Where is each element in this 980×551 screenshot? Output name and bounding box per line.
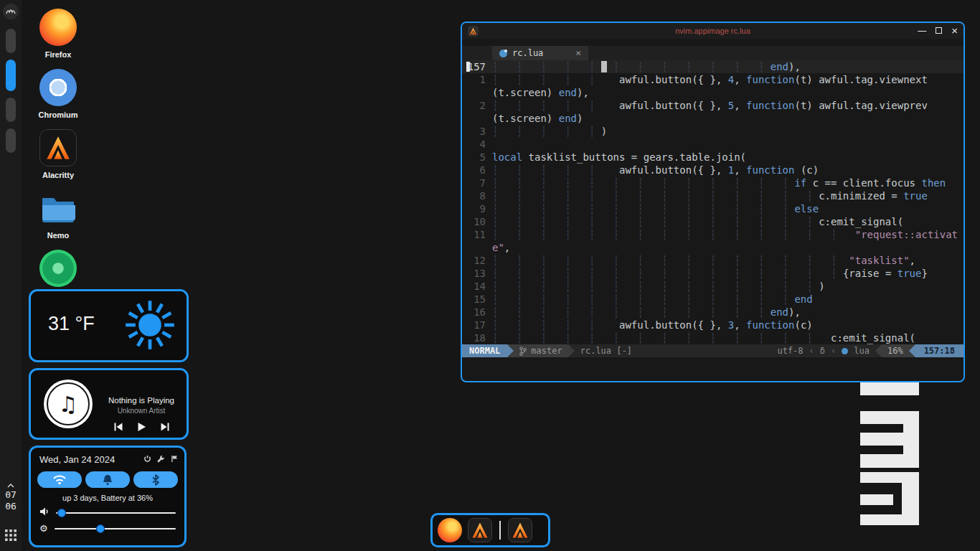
line-number: [467, 241, 486, 254]
code-line: 1┆ ┆ ┆ ┆ ┆ awful.button({ }, 4, function…: [462, 73, 963, 86]
line-number: 18: [467, 331, 486, 344]
dock-item-firefox[interactable]: Firefox: [39, 9, 77, 60]
dock-item-chromium[interactable]: Chromium: [39, 69, 78, 120]
dock-item-label: Nemo: [47, 231, 70, 240]
line-number: 12: [467, 254, 486, 267]
line-number: 3: [467, 125, 486, 138]
tab-rc-lua[interactable]: rc.lua ×: [492, 46, 588, 60]
workspace-pill-active[interactable]: [6, 60, 16, 91]
code-line: 11┆ ┆ ┆ ┆ ┆ ┆ ┆ ┆ ┆ ┆ ┆ ┆ ┆ ┆ ┆ "request…: [462, 228, 963, 241]
line-number: 8: [467, 189, 486, 202]
previous-track-button[interactable]: [113, 422, 123, 432]
maximize-button[interactable]: [936, 27, 942, 35]
text-cursor: [601, 61, 607, 72]
gear-icon: ⚙: [39, 524, 48, 534]
line-number: 5: [467, 151, 486, 164]
dock-item-label: Chromium: [39, 110, 78, 120]
line-number: 1: [467, 73, 486, 86]
clock-hour: 07: [0, 489, 22, 501]
workspace-list: [6, 29, 16, 153]
dock-item-nemo[interactable]: Nemo: [39, 189, 77, 240]
lua-icon: [842, 348, 848, 354]
firefox-icon: [39, 9, 77, 46]
wrench-icon[interactable]: [157, 454, 165, 465]
code-line-current: 157┆ ┆ ┆ ┆ ┆ ┆ ┆ ┆ ┆ ┆ ┆ ┆ end),: [462, 60, 963, 73]
uptime-battery-label: up 3 days, Battery at 36%: [31, 494, 184, 502]
taskbar-firefox-button[interactable]: [438, 518, 462, 542]
powerline-separator: [507, 344, 514, 357]
line-number: 15: [467, 293, 486, 306]
code-line: 4: [462, 138, 963, 151]
wifi-icon: [52, 474, 67, 485]
sun-icon: [123, 298, 176, 354]
line-number: 4: [467, 138, 486, 151]
workspace-pill[interactable]: [6, 98, 16, 122]
line-number: 6: [467, 164, 486, 176]
filetype-label: lua: [854, 344, 870, 357]
line-number: 17: [467, 319, 486, 331]
bluetooth-toggle-button[interactable]: [133, 471, 178, 488]
album-art-placeholder: ♫: [44, 380, 93, 428]
wifi-toggle-button[interactable]: [37, 471, 82, 488]
app-grid-icon[interactable]: [5, 529, 17, 541]
volume-slider-knob[interactable]: [57, 509, 66, 517]
bluetooth-icon: [152, 474, 159, 486]
window-titlebar[interactable]: nvim.appimage rc.lua — ×: [462, 23, 963, 39]
workspace-pill[interactable]: [6, 128, 16, 153]
music-widget: ♫ Nothing is Playing Unknown Artist: [29, 368, 189, 440]
alacritty-icon: [39, 129, 77, 166]
cursorline-sign: [466, 62, 470, 72]
taskbar-alacritty-button[interactable]: [468, 518, 492, 542]
git-branch-segment: master: [514, 344, 567, 357]
media-app-icon: [39, 250, 77, 287]
close-button[interactable]: ×: [951, 27, 958, 35]
code-line: 18┆ ┆ ┆ ┆ ┆ ┆ ┆ ┆ ┆ ┆ ┆ ┆ ┆ ┆ c:emit_sig…: [462, 331, 963, 344]
next-track-button[interactable]: [160, 422, 170, 432]
code-line: 12┆ ┆ ┆ ┆ ┆ ┆ ┆ ┆ ┆ ┆ ┆ ┆ ┆ ┆ ┆ "tasklis…: [462, 254, 963, 267]
play-button[interactable]: [137, 422, 146, 432]
date-label: Wed, Jan 24 2024: [39, 454, 115, 465]
brightness-slider-knob[interactable]: [96, 524, 105, 533]
code-line: e",: [462, 241, 963, 254]
taskbar-alacritty-button-2[interactable]: [508, 518, 532, 542]
brightness-slider[interactable]: [55, 528, 176, 529]
tabline: rc.lua ×: [462, 46, 963, 60]
music-artist: Unknown Artist: [98, 407, 184, 415]
bell-icon: [103, 474, 113, 485]
taskbar-separator: [499, 521, 501, 540]
desktop: { "panel": { "clock_hour": "07", "clock_…: [0, 0, 980, 551]
tab-close-icon[interactable]: ×: [575, 47, 581, 60]
dock: Firefox Chromium Alacritty Nemo: [34, 9, 82, 310]
power-icon[interactable]: [143, 454, 151, 465]
code-line: 16┆ ┆ ┆ ┆ ┆ ┆ ┆ ┆ ┆ ┆ ┆ ┆ end),: [462, 306, 963, 319]
git-branch-icon: [519, 347, 527, 356]
tab-label: rc.lua: [512, 47, 543, 60]
line-number: 16: [467, 306, 486, 319]
line-number: 10: [467, 215, 486, 228]
minimize-button[interactable]: —: [918, 27, 926, 35]
powerline-separator: [875, 344, 882, 357]
git-branch-label: master: [531, 344, 562, 357]
dock-item-label: Firefox: [45, 50, 72, 60]
dock-item-label: Alacritty: [42, 171, 74, 180]
code-line: 8┆ ┆ ┆ ┆ ┆ ┆ ┆ ┆ ┆ ┆ ┆ ┆ ┆ ┆ c.minimized…: [462, 189, 963, 202]
line-number: 2: [467, 99, 486, 112]
workspace-pill[interactable]: [6, 29, 16, 53]
line-number: 7: [467, 176, 486, 189]
line-number: 11: [467, 228, 486, 241]
cursor-location-segment: 157:18: [915, 344, 963, 357]
nemo-folder-icon: [39, 189, 77, 227]
mode-indicator: NORMAL: [462, 344, 507, 357]
code-line: 14┆ ┆ ┆ ┆ ┆ ┆ ┆ ┆ ┆ ┆ ┆ ┆ ┆ ┆ ): [462, 280, 963, 293]
clock-minute: 06: [0, 501, 22, 512]
code-line: 5local tasklist_buttons = gears.table.jo…: [462, 151, 963, 164]
line-number: [467, 86, 486, 99]
editor-buffer[interactable]: 157┆ ┆ ┆ ┆ ┆ ┆ ┆ ┆ ┆ ┆ ┆ ┆ end),1┆ ┆ ┆ ┆…: [462, 60, 963, 344]
launcher-avatar-icon[interactable]: [3, 4, 19, 19]
volume-slider[interactable]: [56, 512, 176, 514]
music-status: Nothing is Playing: [98, 396, 184, 405]
notifications-toggle-button[interactable]: [85, 471, 130, 488]
flag-icon[interactable]: [171, 454, 179, 465]
code-line: 10┆ ┆ ┆ ┆ ┆ ┆ ┆ ┆ ┆ ┆ ┆ ┆ ┆ ┆ c:emit_sig…: [462, 215, 963, 228]
dock-item-alacritty[interactable]: Alacritty: [39, 129, 77, 180]
